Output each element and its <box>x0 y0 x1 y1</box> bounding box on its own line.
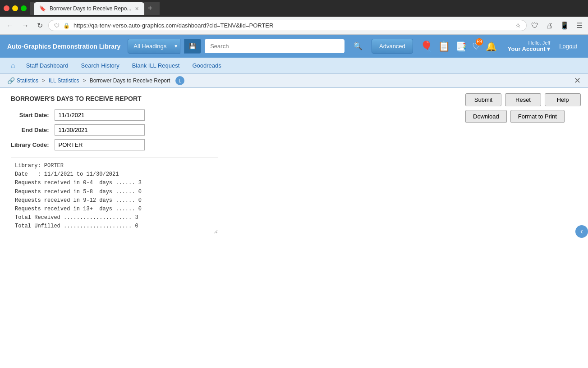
shield-icon: 🛡 <box>54 23 60 29</box>
balloon-icon[interactable]: 🎈 <box>420 41 432 52</box>
library-code-input[interactable] <box>55 139 145 150</box>
tab-title: Borrower Days to Receive Repo... <box>50 5 131 12</box>
user-account-label: Your Account ▾ <box>508 45 550 52</box>
start-date-input[interactable] <box>55 109 145 121</box>
browser-max-btn[interactable] <box>21 5 27 11</box>
database-icon[interactable]: 💾 <box>184 39 201 54</box>
help-button[interactable]: Help <box>545 93 581 106</box>
menu-btn[interactable]: ☰ <box>574 19 584 32</box>
navigation-bar: ⌂ Staff Dashboard Search History Blank I… <box>0 58 588 74</box>
end-date-input[interactable] <box>55 124 145 136</box>
report-output[interactable] <box>11 158 218 234</box>
f9-badge: F9 <box>476 38 483 45</box>
extensions-btn[interactable]: 🛡 <box>529 20 540 32</box>
collapse-panel-button[interactable]: ‹ <box>575 225 588 238</box>
breadcrumb-sep-2: > <box>83 77 86 84</box>
new-tab-btn[interactable]: + <box>144 2 156 15</box>
search-button[interactable]: 🔍 <box>348 38 368 54</box>
tab-favicon: 🔖 <box>39 5 46 12</box>
print-btn[interactable]: 🖨 <box>544 20 555 32</box>
home-nav-icon[interactable]: ⌂ <box>7 60 19 72</box>
main-content-area: BORROWER'S DAYS TO RECEIVE REPORT Submit… <box>0 88 588 368</box>
bookmark-icon[interactable]: ☆ <box>515 22 521 29</box>
address-bar: 🛡 🔒 ☆ <box>48 20 527 31</box>
user-account-area[interactable]: Hello, Jeff Your Account ▾ <box>508 40 550 52</box>
favorites-icon[interactable]: ♡ F9 <box>472 41 480 52</box>
heading-select[interactable]: All Headings <box>128 39 172 53</box>
breadcrumb-current-page: Borrower Days to Receive Report <box>90 77 170 84</box>
start-date-label: Start Date: <box>11 112 49 118</box>
breadcrumb-ill-statistics[interactable]: ILL Statistics <box>49 77 79 84</box>
forward-btn[interactable]: → <box>19 20 32 32</box>
nav-item-blank-ill-request[interactable]: Blank ILL Request <box>127 59 185 72</box>
format-to-print-button[interactable]: Format to Print <box>510 110 565 123</box>
download-button[interactable]: Download <box>465 110 507 123</box>
lock-icon: 🔒 <box>63 23 70 29</box>
catalog-icon[interactable]: 📋 <box>438 41 450 52</box>
refresh-btn[interactable]: ↻ <box>34 19 46 32</box>
logout-button[interactable]: Logout <box>556 41 581 51</box>
breadcrumb-icon: 🔗 <box>7 77 15 84</box>
browser-min-btn[interactable] <box>12 5 18 11</box>
tab-close-btn[interactable]: × <box>135 5 138 12</box>
reset-button[interactable]: Reset <box>505 93 541 106</box>
advanced-search-button[interactable]: Advanced <box>372 39 413 54</box>
nav-item-goodreads[interactable]: Goodreads <box>187 59 226 72</box>
browser-close-btn[interactable] <box>4 5 9 11</box>
search-input[interactable] <box>205 39 340 53</box>
back-btn[interactable]: ← <box>4 20 16 32</box>
report-panel: BORROWER'S DAYS TO RECEIVE REPORT Submit… <box>0 88 588 243</box>
browser-tab[interactable]: 🔖 Borrower Days to Receive Repo... × <box>34 2 144 15</box>
nav-item-staff-dashboard[interactable]: Staff Dashboard <box>21 59 74 72</box>
library-code-label: Library Code: <box>11 141 49 148</box>
breadcrumb-statistics[interactable]: Statistics <box>17 77 38 84</box>
close-panel-button[interactable]: ✕ <box>574 76 581 86</box>
chevron-down-icon: ▼ <box>172 40 180 52</box>
notifications-icon[interactable]: 🔔 <box>486 41 497 52</box>
breadcrumb-badge: L <box>175 76 184 85</box>
url-input[interactable] <box>74 22 512 29</box>
library-name: Auto-Graphics Demonstration Library <box>7 43 120 50</box>
search-container: All Headings ▼ 💾 🔍 Advanced <box>128 38 413 54</box>
pocket-btn[interactable]: 📱 <box>558 19 571 32</box>
report-form: Start Date: End Date: Library Code: <box>11 109 236 150</box>
nav-item-search-history[interactable]: Search History <box>75 59 124 72</box>
user-greeting: Hello, Jeff <box>508 40 550 45</box>
breadcrumb-sep-1: > <box>42 77 45 84</box>
report-actions: Submit Reset Help Download Format to Pri… <box>465 93 581 123</box>
breadcrumb-bar: 🔗 Statistics > ILL Statistics > Borrower… <box>0 74 588 88</box>
submit-button[interactable]: Submit <box>465 93 501 106</box>
end-date-label: End Date: <box>11 127 49 133</box>
list-icon[interactable]: 📑 <box>455 41 467 52</box>
